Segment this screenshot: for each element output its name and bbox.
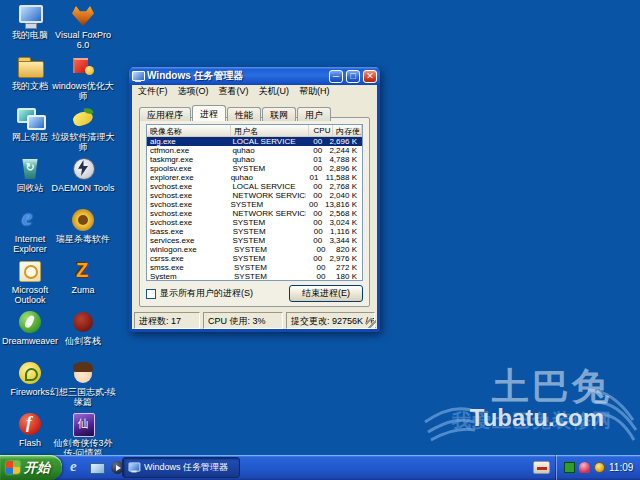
desktop-icon-label: windows优化大师	[50, 81, 116, 101]
process-row[interactable]: smss.exeSYSTEM00272 K	[147, 263, 362, 272]
process-user-name: SYSTEM	[229, 236, 306, 245]
process-user-name: SYSTEM	[227, 200, 302, 209]
process-memory: 13,816 K	[325, 200, 362, 209]
column-header-2[interactable]: CPU	[309, 125, 333, 136]
process-row[interactable]: winlogon.exeSYSTEM00820 K	[147, 245, 362, 254]
outlook-express-icon[interactable]	[89, 460, 104, 475]
process-row[interactable]: services.exeSYSTEM003,344 K	[147, 236, 362, 245]
process-list-header: 映像名称用户名CPU内存使用	[147, 125, 362, 137]
process-image-name: csrss.exe	[147, 254, 229, 263]
process-image-name: svchost.exe	[147, 209, 229, 218]
process-memory: 11,588 K	[326, 173, 362, 182]
clock-sync-icon[interactable]	[594, 462, 605, 473]
title-bar[interactable]: Windows 任务管理器 ─ □ ✕	[129, 67, 380, 85]
process-row[interactable]: lsass.exeSYSTEM001,116 K	[147, 227, 362, 236]
process-memory: 2,040 K	[329, 191, 362, 200]
desktop-icon-xianjian3-gaiden[interactable]: 仙剑奇侠传3外传-问情篇	[50, 412, 116, 458]
process-image-name: explorer.exe	[147, 173, 228, 182]
process-row[interactable]: svchost.exeNETWORK SERVICE002,040 K	[147, 191, 362, 200]
desktop-icon-daemon-tools[interactable]: DAEMON Tools	[50, 157, 116, 193]
process-row[interactable]: ctfmon.exequhao002,244 K	[147, 146, 362, 155]
process-row[interactable]: svchost.exeSYSTEM0013,816 K	[147, 200, 362, 209]
process-row[interactable]: svchost.exeLOCAL SERVICE002,768 K	[147, 182, 362, 191]
column-header-3[interactable]: 内存使用	[333, 125, 362, 136]
taskbar: 开始 Windows 任务管理器 11:09	[0, 455, 640, 480]
show-all-label: 显示所有用户的进程(S)	[160, 287, 253, 300]
menu-item-1[interactable]: 选项(O)	[173, 85, 214, 98]
process-user-name: SYSTEM	[231, 245, 309, 254]
task-manager-window: Windows 任务管理器 ─ □ ✕ 文件(F)选项(O)查看(V)关机(U)…	[129, 67, 380, 332]
process-user-name: quhao	[228, 173, 303, 182]
desktop-icon-xianjian-inn[interactable]: 仙剑客栈	[50, 310, 116, 346]
process-cpu: 00	[306, 227, 330, 236]
desktop-icon-fantasy-sanguozhi[interactable]: 幻想三国志贰-续缘篇	[50, 361, 116, 407]
windows-optimizer-icon	[70, 55, 96, 79]
clock[interactable]: 11:09	[609, 462, 633, 473]
resize-grip[interactable]	[366, 318, 376, 328]
menu-item-3[interactable]: 关机(U)	[254, 85, 295, 98]
desktop-icon-label: 瑞星杀毒软件	[50, 234, 116, 244]
internet-explorer-icon[interactable]	[68, 460, 83, 475]
rising-tray-icon[interactable]	[579, 462, 590, 473]
desktop-icon-zuma[interactable]: Zuma	[50, 259, 116, 295]
column-header-1[interactable]: 用户名	[231, 125, 309, 136]
process-memory: 2,568 K	[329, 209, 362, 218]
process-row[interactable]: spoolsv.exeSYSTEM002,896 K	[147, 164, 362, 173]
tab-联网[interactable]: 联网	[262, 107, 296, 121]
column-header-0[interactable]: 映像名称	[147, 125, 231, 136]
process-cpu: 00	[306, 209, 330, 218]
menu-bar: 文件(F)选项(O)查看(V)关机(U)帮助(H)	[132, 85, 377, 98]
menu-item-0[interactable]: 文件(F)	[133, 85, 173, 98]
rising-antivirus-icon	[70, 208, 96, 232]
task-manager-icon	[129, 463, 140, 473]
process-image-name: svchost.exe	[147, 182, 229, 191]
tab-应用程序[interactable]: 应用程序	[139, 107, 191, 121]
taskbar-task-button[interactable]: Windows 任务管理器	[122, 457, 240, 478]
process-cpu: 00	[309, 245, 333, 254]
minimize-button[interactable]: ─	[329, 70, 343, 83]
tab-用户[interactable]: 用户	[297, 107, 331, 121]
close-button[interactable]: ✕	[363, 70, 377, 83]
junk-cleaner-icon	[70, 106, 96, 130]
desktop-icon-visual-foxpro[interactable]: Visual FoxPro 6.0	[50, 4, 116, 50]
process-row[interactable]: csrss.exeSYSTEM002,976 K	[147, 254, 362, 263]
desktop: 我的电脑Visual FoxPro 6.0我的文档windows优化大师网上邻居…	[0, 0, 640, 480]
show-all-checkbox[interactable]	[146, 289, 156, 299]
daemon-tools-icon	[70, 157, 96, 181]
my-computer-icon	[17, 4, 43, 28]
process-cpu: 01	[303, 173, 326, 182]
process-memory: 2,244 K	[329, 146, 362, 155]
process-row[interactable]: svchost.exeNETWORK SERVICE002,568 K	[147, 209, 362, 218]
process-cpu: 00	[306, 254, 330, 263]
desktop-icon-label: Zuma	[50, 285, 116, 295]
desktop-icon-junk-cleaner[interactable]: 垃圾软件清理大师	[50, 106, 116, 152]
tab-性能[interactable]: 性能	[227, 107, 261, 121]
desktop-icon-windows-optimizer[interactable]: windows优化大师	[50, 55, 116, 101]
desktop-icon-label: DAEMON Tools	[50, 183, 116, 193]
watermark: 我爱土巴兔装修网 土巴兔 Tubatu.com	[423, 360, 638, 455]
green-status-icon[interactable]	[564, 462, 575, 473]
process-memory: 272 K	[333, 263, 362, 272]
process-memory: 3,024 K	[329, 218, 362, 227]
start-button[interactable]: 开始	[0, 455, 62, 480]
process-row[interactable]: explorer.exequhao0111,588 K	[147, 173, 362, 182]
process-row[interactable]: svchost.exeSYSTEM003,024 K	[147, 218, 362, 227]
status-cpu-usage: CPU 使用: 3%	[203, 312, 283, 329]
process-image-name: taskmgr.exe	[147, 155, 229, 164]
menu-item-2[interactable]: 查看(V)	[214, 85, 254, 98]
process-row[interactable]: alg.exeLOCAL SERVICE002,696 K	[147, 137, 362, 146]
process-list-rows: alg.exeLOCAL SERVICE002,696 Kctfmon.exeq…	[147, 137, 362, 281]
language-bar-icon[interactable]	[533, 461, 550, 474]
internet-explorer-icon	[17, 208, 43, 232]
menu-item-4[interactable]: 帮助(H)	[294, 85, 335, 98]
my-documents-icon	[17, 55, 43, 79]
process-list[interactable]: 映像名称用户名CPU内存使用 alg.exeLOCAL SERVICE002,6…	[146, 124, 363, 281]
end-process-button[interactable]: 结束进程(E)	[289, 285, 363, 302]
desktop-icon-rising-antivirus[interactable]: 瑞星杀毒软件	[50, 208, 116, 244]
process-row[interactable]: SystemSYSTEM00180 K	[147, 272, 362, 281]
process-row[interactable]: taskmgr.exequhao014,788 K	[147, 155, 362, 164]
maximize-button[interactable]: □	[346, 70, 360, 83]
tab-进程[interactable]: 进程	[192, 105, 226, 121]
start-label: 开始	[24, 459, 50, 477]
process-user-name: LOCAL SERVICE	[229, 182, 306, 191]
